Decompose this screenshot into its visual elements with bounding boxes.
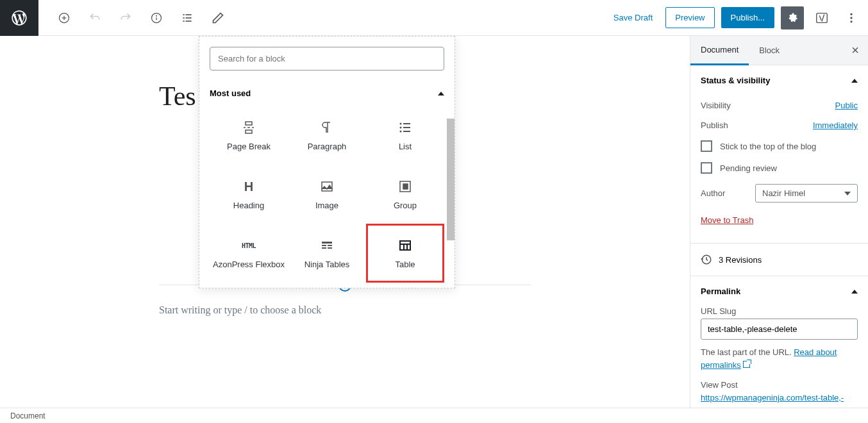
svg-rect-21: [403, 131, 410, 132]
dots-vertical-icon: [845, 12, 858, 24]
svg-point-20: [400, 131, 402, 133]
svg-rect-6: [183, 14, 185, 15]
block-label: AzonPress Flexbox: [213, 260, 285, 270]
block-label: Image: [315, 201, 338, 211]
view-post-label: View Post: [701, 379, 858, 392]
add-block-button[interactable]: [53, 6, 76, 29]
svg-rect-11: [186, 21, 192, 22]
svg-point-16: [400, 123, 402, 125]
yoast-button[interactable]: [810, 6, 833, 29]
author-select[interactable]: Nazir Himel: [755, 184, 858, 203]
inserter-scrollbar[interactable]: [447, 119, 455, 240]
stick-label: Stick to the top of the blog: [720, 142, 816, 151]
url-slug-input[interactable]: [701, 319, 858, 340]
save-draft-button[interactable]: Save Draft: [607, 9, 659, 26]
status-panel-header[interactable]: Status & visibility: [690, 65, 868, 95]
svg-rect-25: [322, 242, 332, 244]
image-icon: [319, 179, 335, 194]
permalink-panel-header[interactable]: Permalink: [690, 276, 868, 306]
most-used-header[interactable]: Most used: [199, 81, 455, 106]
block-image[interactable]: Image: [288, 165, 366, 224]
move-to-trash-link[interactable]: Move to Trash: [701, 208, 753, 233]
block-label: Paragraph: [308, 142, 347, 152]
yoast-icon: [815, 11, 829, 25]
chevron-down-icon: [844, 192, 851, 195]
status-visibility-panel: Status & visibility Visibility Public Pu…: [690, 65, 868, 244]
undo-button[interactable]: [83, 6, 106, 29]
block-page-break[interactable]: Page Break: [210, 106, 288, 165]
stick-checkbox[interactable]: [701, 140, 712, 152]
block-ninja-tables[interactable]: Ninja Tables: [288, 224, 366, 283]
block-label: Group: [394, 201, 417, 211]
view-post-url[interactable]: https://wpmanageninja.com/test-table,-: [701, 393, 844, 402]
svg-rect-29: [328, 247, 332, 249]
editor-canvas: Tes + Start writing or type / to choose …: [0, 36, 690, 408]
more-menu-button[interactable]: [840, 6, 863, 29]
history-icon: [701, 254, 712, 265]
author-label: Author: [701, 188, 725, 198]
block-label: List: [399, 142, 412, 152]
tab-document[interactable]: Document: [690, 36, 749, 65]
block-table[interactable]: Table: [366, 224, 444, 283]
svg-rect-27: [328, 245, 332, 246]
block-paragraph[interactable]: Paragraph: [288, 106, 366, 165]
close-sidebar-button[interactable]: ×: [842, 43, 868, 58]
svg-rect-19: [403, 127, 410, 128]
sidebar-scrollbar[interactable]: [690, 36, 690, 87]
block-group[interactable]: Group: [366, 165, 444, 224]
table-icon: [397, 238, 413, 253]
write-prompt[interactable]: Start writing or type / to choose a bloc…: [159, 304, 531, 316]
gear-icon: [786, 12, 799, 24]
breadcrumb-text: Document: [10, 411, 46, 420]
svg-point-13: [850, 13, 852, 15]
publish-button[interactable]: Publish...: [721, 7, 774, 28]
settings-button[interactable]: [781, 6, 804, 29]
visibility-value[interactable]: Public: [835, 101, 858, 110]
ninja-tables-icon: [319, 238, 335, 253]
html-icon: HTML: [242, 242, 256, 249]
pending-label: Pending review: [720, 163, 777, 173]
svg-rect-17: [403, 123, 410, 124]
wordpress-logo[interactable]: [0, 0, 38, 36]
outline-button[interactable]: [176, 6, 199, 29]
publish-value[interactable]: Immediately: [813, 120, 858, 130]
svg-rect-30: [400, 241, 410, 250]
svg-rect-28: [322, 247, 326, 249]
paragraph-icon: [319, 120, 335, 135]
chevron-up-icon: [851, 290, 858, 294]
block-label: Heading: [233, 201, 264, 211]
block-label: Page Break: [227, 142, 271, 152]
revisions-row[interactable]: 3 Revisions: [690, 244, 868, 276]
block-label: Ninja Tables: [305, 260, 350, 270]
visibility-label: Visibility: [701, 101, 731, 110]
svg-point-15: [850, 21, 852, 22]
svg-rect-7: [186, 14, 192, 15]
block-azonpress[interactable]: HTML AzonPress Flexbox: [210, 224, 288, 283]
chevron-up-icon: [438, 92, 444, 95]
external-link-icon: [743, 361, 750, 368]
topbar-right: Save Draft Preview Publish...: [607, 6, 868, 29]
panel-title: Permalink: [701, 286, 740, 296]
svg-point-5: [156, 15, 157, 16]
block-search-input[interactable]: [210, 47, 444, 70]
tab-block[interactable]: Block: [749, 37, 790, 64]
list-icon: [397, 120, 413, 135]
pending-checkbox[interactable]: [701, 162, 712, 174]
svg-point-14: [850, 17, 852, 19]
chevron-up-icon: [851, 79, 858, 83]
block-heading[interactable]: H Heading: [210, 165, 288, 224]
info-button[interactable]: [145, 6, 168, 29]
help-text: The last part of the URL.: [701, 347, 794, 357]
svg-rect-24: [403, 184, 408, 189]
wordpress-icon: [10, 9, 28, 27]
slug-label: URL Slug: [701, 306, 858, 316]
edit-button[interactable]: [206, 6, 230, 29]
sidebar-tabs: Document Block ×: [690, 36, 868, 65]
preview-button[interactable]: Preview: [665, 7, 714, 28]
permalink-panel: Permalink URL Slug The last part of the …: [690, 276, 868, 408]
block-list[interactable]: List: [366, 106, 444, 165]
top-toolbar: Save Draft Preview Publish...: [0, 0, 868, 36]
redo-button[interactable]: [114, 6, 137, 29]
settings-sidebar: Document Block × Status & visibility Vis…: [690, 36, 868, 408]
publish-label: Publish: [701, 120, 728, 130]
